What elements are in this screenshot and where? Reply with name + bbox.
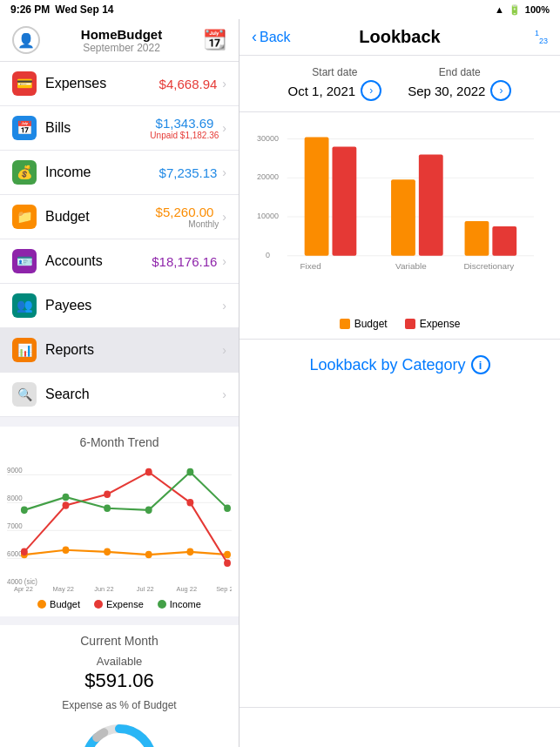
lookback-info-icon[interactable]: i (471, 355, 490, 374)
back-button[interactable]: ‹ Back (252, 28, 291, 46)
svg-point-12 (145, 551, 152, 559)
start-date-label: Start date (288, 66, 382, 78)
payees-icon: 👥 (12, 293, 37, 318)
svg-rect-46 (391, 179, 415, 255)
trend-chart: 9000 8000 7000 6000 4000 (sic) (7, 456, 232, 596)
donut-chart: 88% (12, 718, 226, 747)
expense-legend-label: Expense (106, 599, 144, 609)
svg-text:10000: 10000 (257, 212, 279, 220)
main-layout: 👤 HomeBudget September 2022 📆 💳 Expenses… (0, 19, 560, 747)
legend-expense: Expense (94, 599, 144, 609)
svg-text:Apr 22: Apr 22 (14, 584, 33, 592)
right-title: Lookback (359, 27, 440, 47)
start-date-value-row: Oct 1, 2021 › (288, 80, 382, 101)
trend-section: 6-Month Trend 9000 8000 7000 6000 4000 (… (0, 427, 239, 616)
lookback-category-row[interactable]: Lookback by Category i (240, 340, 560, 390)
expenses-value: $4,668.94 (159, 77, 218, 91)
status-indicators: ▲ 🔋 100% (495, 4, 550, 16)
bills-chevron: › (222, 121, 226, 135)
svg-text:May 22: May 22 (53, 584, 74, 592)
svg-text:8000: 8000 (7, 495, 23, 502)
nav-list: 💳 Expenses $4,668.94 › 📅 Bills $1,343.69… (0, 62, 239, 417)
reports-icon: 📊 (12, 338, 37, 362)
trend-legend: Budget Expense Income (7, 599, 232, 609)
svg-point-25 (186, 468, 193, 476)
svg-point-16 (63, 501, 70, 509)
expenses-chevron: › (222, 77, 226, 91)
svg-point-19 (186, 499, 193, 507)
right-panel: ‹ Back Lookback 123 Start date Oct 1, 20… (240, 19, 560, 747)
nav-item-search[interactable]: 🔍 Search › (0, 373, 239, 417)
svg-point-18 (145, 468, 152, 476)
svg-text:20000: 20000 (257, 172, 279, 181)
date-display: Wed Sep 14 (55, 3, 113, 16)
svg-rect-48 (465, 221, 489, 256)
back-chevron-icon: ‹ (252, 28, 257, 46)
bar-chart-area: 30000 20000 10000 0 (240, 112, 560, 313)
reports-chevron: › (222, 343, 226, 357)
budget-legend-dot (37, 600, 46, 609)
income-chevron: › (222, 165, 226, 179)
wifi-icon: ▲ (495, 4, 504, 15)
expense-legend-dot (94, 600, 103, 609)
svg-text:Aug 22: Aug 22 (176, 584, 197, 592)
end-date-value-row: Sep 30, 2022 › (408, 80, 511, 101)
svg-rect-45 (332, 146, 356, 255)
nav-item-budget[interactable]: 📁 Budget $5,260.00 Monthly › (0, 195, 239, 239)
bar-budget-dot (340, 319, 350, 329)
legend-income: Income (158, 599, 201, 609)
bills-value: $1,343.69 (156, 116, 214, 131)
svg-point-26 (224, 504, 231, 512)
profile-icon[interactable]: 👤 (12, 26, 40, 54)
calendar-icon[interactable]: 📆 (203, 29, 226, 51)
bar-expense-dot (405, 319, 415, 329)
income-icon: 💰 (12, 160, 37, 185)
end-date-label: End date (408, 66, 511, 78)
sort-icon[interactable]: 123 (535, 29, 548, 45)
nav-item-expenses[interactable]: 💳 Expenses $4,668.94 › (0, 62, 239, 106)
nav-item-accounts[interactable]: 🪪 Accounts $18,176.16 › (0, 239, 239, 284)
nav-item-bills[interactable]: 📅 Bills $1,343.69 Unpaid $1,182.36 › (0, 106, 239, 151)
bar-chart-legend: Budget Expense (240, 313, 560, 340)
reports-label: Reports (45, 342, 222, 358)
svg-text:30000: 30000 (257, 134, 279, 143)
end-date-box: End date Sep 30, 2022 › (408, 66, 511, 101)
search-icon: 🔍 (12, 382, 37, 407)
back-label: Back (260, 30, 291, 45)
start-date-value: Oct 1, 2021 (288, 84, 356, 98)
svg-point-20 (224, 559, 231, 567)
svg-point-14 (224, 551, 231, 559)
bills-subtext: Unpaid $1,182.36 (150, 131, 219, 140)
svg-point-17 (104, 490, 111, 498)
svg-rect-44 (305, 138, 329, 256)
budget-chevron: › (222, 210, 226, 224)
budget-value: $5,260.00 (156, 205, 214, 219)
status-time: 9:26 PM Wed Sep 14 (10, 3, 114, 16)
expenses-icon: 💳 (12, 71, 37, 96)
accounts-icon: 🪪 (12, 249, 37, 273)
search-chevron: › (222, 387, 226, 401)
income-legend-dot (158, 600, 166, 609)
expenses-label: Expenses (45, 76, 159, 91)
nav-item-payees[interactable]: 👥 Payees › (0, 284, 239, 328)
svg-point-22 (63, 494, 70, 501)
app-title-block: HomeBudget September 2022 (81, 27, 162, 54)
budget-icon: 📁 (12, 205, 37, 229)
svg-point-13 (186, 548, 193, 556)
svg-rect-47 (419, 154, 443, 255)
end-date-forward-button[interactable]: › (490, 80, 511, 101)
svg-text:Variable: Variable (395, 261, 427, 271)
bills-label: Bills (45, 120, 150, 136)
left-panel: 👤 HomeBudget September 2022 📆 💳 Expenses… (0, 19, 240, 747)
nav-item-income[interactable]: 💰 Income $7,235.13 › (0, 151, 239, 195)
svg-text:Jun 22: Jun 22 (94, 584, 113, 592)
income-label: Income (45, 165, 159, 180)
svg-point-21 (21, 507, 28, 515)
svg-text:7000: 7000 (7, 522, 23, 530)
nav-item-reports[interactable]: 📊 Reports › (0, 328, 239, 373)
svg-rect-49 (492, 226, 516, 256)
accounts-label: Accounts (45, 253, 152, 269)
bar-budget-label: Budget (354, 318, 388, 330)
start-date-forward-button[interactable]: › (361, 80, 381, 101)
svg-point-23 (104, 504, 111, 512)
